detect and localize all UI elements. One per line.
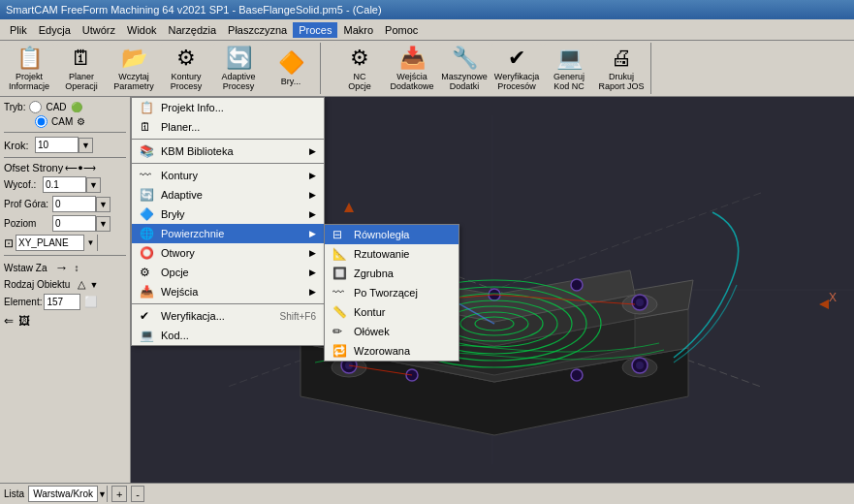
otwory-label: Otwory: [161, 247, 195, 259]
left-panel: Tryb: CAD 🟢 CAM ⚙ Krok: ▼ Ofset Strony ⟵…: [0, 97, 131, 483]
tryb-group: Tryb: CAD 🟢 CAM ⚙: [4, 101, 126, 128]
bryly-arrow: ▶: [309, 209, 316, 219]
menu-powierzchnie[interactable]: 🌐 Powierzchnie ▶ ⊟ Równoległa 📐 Rzutowan…: [132, 224, 324, 243]
drukuj-raport-button[interactable]: 🖨 DrukujRaport JOS: [596, 44, 647, 94]
cad-icon: 🟢: [71, 102, 82, 112]
menu-kontury[interactable]: 〰 Kontury ▶: [132, 166, 324, 185]
wejscia-dodatkowe-button[interactable]: 📥 WejściaDodatkowe: [387, 44, 437, 94]
planer-operacji-button[interactable]: 🗓 PlanerOperacji: [56, 44, 107, 94]
maszynowe-dodatki-button[interactable]: 🔧 MaszynoweDodatki: [439, 44, 490, 94]
add-button[interactable]: +: [111, 486, 127, 502]
krok-row: Krok: ▼: [4, 137, 126, 153]
rodzaj-dropdown[interactable]: ▼: [89, 280, 98, 290]
bryly-menu-icon: 🔷: [140, 207, 157, 221]
menu-makro[interactable]: Makro: [337, 22, 379, 38]
submenu-rownolegla[interactable]: ⊟ Równoległa: [325, 225, 459, 244]
cam-label: CAM: [51, 116, 73, 127]
menu-edycja[interactable]: Edycja: [33, 22, 77, 38]
svg-point-25: [571, 279, 583, 291]
krok-input[interactable]: [35, 137, 79, 153]
generuj-kod-nc-button[interactable]: 💻 GenerujKod NC: [544, 44, 594, 94]
kontury-menu-icon: 〰: [140, 169, 157, 182]
cam-radio[interactable]: [35, 115, 47, 128]
menu-kod[interactable]: 💻 Kod...: [132, 326, 324, 345]
menu-proces[interactable]: Proces: [293, 22, 337, 38]
title-text: SmartCAM FreeForm Machining 64 v2021 SP1…: [6, 4, 382, 16]
poziom-input[interactable]: [52, 215, 96, 232]
wycof-row: Wycof.: ▼: [4, 176, 126, 193]
wejscia-menu-label: Wejścia: [161, 286, 198, 298]
menu-widok[interactable]: Widok: [121, 22, 163, 38]
weryfikacja-menu-label: Weryfikacja...: [161, 310, 225, 322]
maszynowe-dodatki-icon: 🔧: [452, 46, 478, 71]
adaptive-procesy-icon: 🔄: [226, 46, 252, 71]
element-input[interactable]: [44, 294, 80, 310]
poziom-dropdown-button[interactable]: ▼: [96, 216, 111, 232]
warstwa-krok-dropdown[interactable]: ▼: [97, 486, 107, 502]
menu-narzedzia[interactable]: Narzędzia: [163, 22, 223, 38]
adaptive-procesy-button[interactable]: 🔄 AdaptiveProcesy: [213, 44, 264, 94]
submenu-olowek[interactable]: ✏ Ołówek: [325, 322, 459, 341]
menu-bryly[interactable]: 🔷 Bryły ▶: [132, 205, 324, 224]
prof-gora-row: Prof Góra: ▼: [4, 196, 126, 212]
xy-plane-dropdown-button[interactable]: ▼: [83, 235, 97, 251]
menu-opcje[interactable]: ⚙ Opcje ▶: [132, 263, 324, 282]
submenu-po-tworzacej[interactable]: 〰 Po Tworzącej: [325, 283, 459, 302]
menu-wejscia[interactable]: 📥 Wejścia ▶: [132, 282, 324, 301]
submenu-wzorowana[interactable]: 🔁 Wzorowana: [325, 341, 459, 361]
kontury-procesy-button[interactable]: ⚙ KonturyProcesy: [161, 44, 211, 94]
prof-gora-dropdown-button[interactable]: ▼: [96, 197, 111, 212]
prof-gora-input[interactable]: [52, 196, 96, 212]
menu-pomoc[interactable]: Pomoc: [379, 22, 424, 38]
submenu-kontur[interactable]: 📏 Kontur: [325, 302, 459, 322]
wejscia-menu-arrow: ▶: [309, 287, 316, 297]
cad-label: CAD: [46, 102, 66, 112]
wejscia-dodatkowe-label: WejściaDodatkowe: [390, 73, 433, 92]
weryfikacja-procesow-button[interactable]: ✔ WeryfikacjaProcesów: [491, 44, 542, 94]
menu-bar: Plik Edycja Utwórz Widok Narzędzia Płasz…: [0, 19, 854, 41]
warstwa-krok-combo[interactable]: Warstwa/Krok ▼: [28, 486, 108, 502]
nc-opcje-label: NCOpcje: [348, 73, 371, 92]
wycof-input[interactable]: [43, 176, 86, 193]
drukuj-raport-label: DrukujRaport JOS: [598, 73, 644, 92]
xy-plane-value: XY_PLANE: [16, 237, 83, 248]
kontur-label: Kontur: [354, 306, 385, 318]
otwory-icon: ⭕: [140, 246, 157, 260]
menu-plaszczyzna[interactable]: Płaszczyzna: [222, 22, 293, 38]
cam-icon: ⚙: [77, 116, 85, 127]
menu-plik[interactable]: Plik: [4, 22, 33, 38]
xy-plane-select[interactable]: XY_PLANE ▼: [16, 235, 98, 251]
menu-projekt-info[interactable]: 📋 Projekt Info...: [132, 98, 324, 117]
projekt-informacje-button[interactable]: 📋 ProjektInformacje: [4, 44, 54, 94]
menu-utworz[interactable]: Utwórz: [77, 22, 121, 38]
poziom-row: Poziom ▼: [4, 215, 126, 232]
menu-otwory[interactable]: ⭕ Otwory ▶: [132, 243, 324, 263]
kbm-label: KBM Biblioteka: [161, 145, 234, 157]
bryl-icon: 🔶: [278, 50, 304, 76]
menu-adaptive[interactable]: 🔄 Adaptive ▶: [132, 185, 324, 205]
krok-dropdown-button[interactable]: ▼: [79, 138, 93, 153]
maszynowe-dodatki-label: MaszynoweDodatki: [441, 73, 488, 92]
wczytaj-parametry-button[interactable]: 📂 WczytajParametry: [109, 44, 159, 94]
projekt-info-icon: 📋: [140, 101, 157, 114]
cad-radio[interactable]: [29, 101, 42, 113]
proces-dropdown: 📋 Projekt Info... 🗓 Planer... 📚 KBM Bibl…: [131, 97, 325, 346]
bryl-button[interactable]: 🔶 Bry...: [266, 44, 316, 94]
submenu-rzutowanie[interactable]: 📐 Rzutowanie: [325, 244, 459, 264]
menu-kbm-biblioteka[interactable]: 📚 KBM Biblioteka ▶: [132, 142, 324, 161]
remove-button[interactable]: -: [131, 486, 144, 502]
nc-opcje-button[interactable]: ⚙ NCOpcje: [334, 44, 385, 94]
submenu-zgrubna[interactable]: 🔲 Zgrubna: [325, 264, 459, 283]
wycof-dropdown-button[interactable]: ▼: [86, 177, 101, 193]
menu-planer[interactable]: 🗓 Planer...: [132, 117, 324, 137]
kbm-icon: 📚: [140, 144, 157, 158]
element-row: Element: ⬜: [4, 294, 126, 310]
bryly-menu-label: Bryły: [161, 208, 184, 220]
menu-weryfikacja[interactable]: ✔ Weryfikacja... Shift+F6: [132, 306, 324, 326]
nav-prev-icon: ⇐: [4, 314, 14, 328]
title-bar: SmartCAM FreeForm Machining 64 v2021 SP1…: [0, 0, 854, 19]
viewport[interactable]: X 📋 Projekt Info... 🗓 Planer... 📚 KBM Bi…: [131, 97, 854, 483]
otwory-arrow: ▶: [309, 248, 316, 258]
olowek-label: Ołówek: [354, 326, 390, 337]
rodzaj-row: Rodzaj Obiektu △ ▼: [4, 278, 126, 291]
